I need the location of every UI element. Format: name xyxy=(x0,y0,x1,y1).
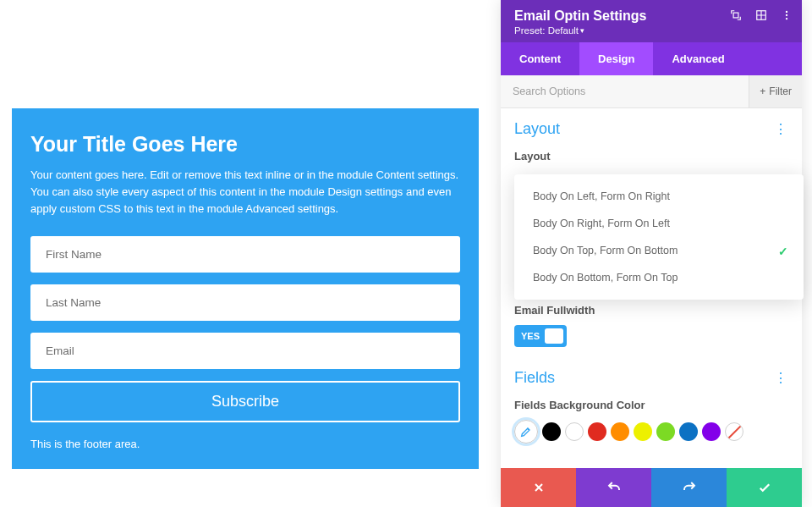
email-fullwidth-label: Email Fullwidth xyxy=(514,304,788,317)
optin-footer: This is the footer area. xyxy=(30,438,460,450)
layout-dropdown: Body On Left, Form On Right Body On Righ… xyxy=(514,174,804,300)
optin-title: Your Title Goes Here xyxy=(30,132,460,157)
fields-section-header: Fields ⋮ xyxy=(514,369,788,387)
save-button[interactable] xyxy=(727,468,802,507)
fields-bg-label: Fields Background Color xyxy=(514,399,788,411)
email-fullwidth-row: YES xyxy=(514,325,788,347)
layout-option-2[interactable]: Body On Top, Form On Bottom✓ xyxy=(514,237,804,264)
swatch-orange[interactable] xyxy=(611,422,629,441)
panel-header: Email Optin Settings Preset: Default ▾ xyxy=(501,0,802,42)
swatch-yellow[interactable] xyxy=(634,422,652,441)
tab-design[interactable]: Design xyxy=(579,42,653,75)
svg-point-3 xyxy=(786,14,787,16)
undo-button[interactable] xyxy=(576,468,651,507)
panel-preset[interactable]: Preset: Default ▾ xyxy=(514,25,788,36)
kebab-menu-icon[interactable] xyxy=(780,8,793,22)
svg-point-2 xyxy=(786,11,787,13)
color-swatch-row xyxy=(514,420,788,444)
svg-rect-0 xyxy=(733,13,738,18)
fields-section-title[interactable]: Fields xyxy=(514,369,555,387)
color-picker-button[interactable] xyxy=(514,420,538,444)
subscribe-button[interactable]: Subscribe xyxy=(30,381,460,422)
chevron-down-icon: ▾ xyxy=(580,26,584,35)
redo-button[interactable] xyxy=(651,468,727,507)
tab-content[interactable]: Content xyxy=(501,42,579,75)
email-fullwidth-toggle[interactable]: YES xyxy=(514,325,567,347)
swatch-green[interactable] xyxy=(656,422,675,441)
search-options-input[interactable] xyxy=(501,75,749,107)
first-name-input[interactable] xyxy=(30,236,460,273)
grid-icon[interactable] xyxy=(754,8,768,22)
swatch-blue[interactable] xyxy=(679,422,698,441)
layout-option-1[interactable]: Body On Right, Form On Left xyxy=(514,210,804,237)
panel-preset-label: Preset: Default xyxy=(514,25,579,36)
layout-option-0[interactable]: Body On Left, Form On Right xyxy=(514,183,804,210)
layout-option-3[interactable]: Body On Bottom, Form On Top xyxy=(514,264,804,291)
layout-option-0-label: Body On Left, Form On Right xyxy=(533,190,670,202)
layout-option-2-label: Body On Top, Form On Bottom xyxy=(533,245,678,256)
filter-button[interactable]: + Filter xyxy=(749,75,802,107)
swatch-black[interactable] xyxy=(542,422,561,441)
panel-body: Layout ⋮ Layout Body On Left, Form On Ri… xyxy=(501,108,802,468)
swatch-red[interactable] xyxy=(588,422,606,441)
settings-panel: Email Optin Settings Preset: Default ▾ C… xyxy=(501,0,802,507)
toggle-knob xyxy=(545,328,563,344)
layout-section-menu-icon[interactable]: ⋮ xyxy=(774,121,788,137)
layout-option-label: Layout xyxy=(514,150,788,163)
swatch-none[interactable] xyxy=(725,422,743,441)
panel-search-row: + Filter xyxy=(501,75,802,108)
check-icon: ✓ xyxy=(778,245,788,258)
layout-section-header: Layout ⋮ xyxy=(514,120,788,138)
panel-tabs: Content Design Advanced xyxy=(501,42,802,75)
email-optin-module: Your Title Goes Here Your content goes h… xyxy=(12,108,479,469)
email-input[interactable] xyxy=(30,333,460,369)
page-canvas: Your Title Goes Here Your content goes h… xyxy=(0,0,491,507)
layout-option-1-label: Body On Right, Form On Left xyxy=(533,218,670,229)
filter-label: Filter xyxy=(769,85,792,97)
layout-option-3-label: Body On Bottom, Form On Top xyxy=(533,272,678,284)
svg-point-4 xyxy=(786,18,787,19)
expand-icon[interactable] xyxy=(729,8,743,22)
swatch-purple[interactable] xyxy=(702,422,721,441)
plus-icon: + xyxy=(760,85,765,97)
tab-advanced[interactable]: Advanced xyxy=(653,42,743,75)
panel-action-bar xyxy=(501,468,802,507)
cancel-button[interactable] xyxy=(501,468,576,507)
layout-section-title[interactable]: Layout xyxy=(514,120,560,138)
swatch-white[interactable] xyxy=(565,422,584,441)
optin-body: Your content goes here. Edit or remove t… xyxy=(30,167,460,218)
last-name-input[interactable] xyxy=(30,284,460,321)
fields-section-menu-icon[interactable]: ⋮ xyxy=(774,370,788,386)
toggle-yes-label-2: YES xyxy=(521,331,540,341)
